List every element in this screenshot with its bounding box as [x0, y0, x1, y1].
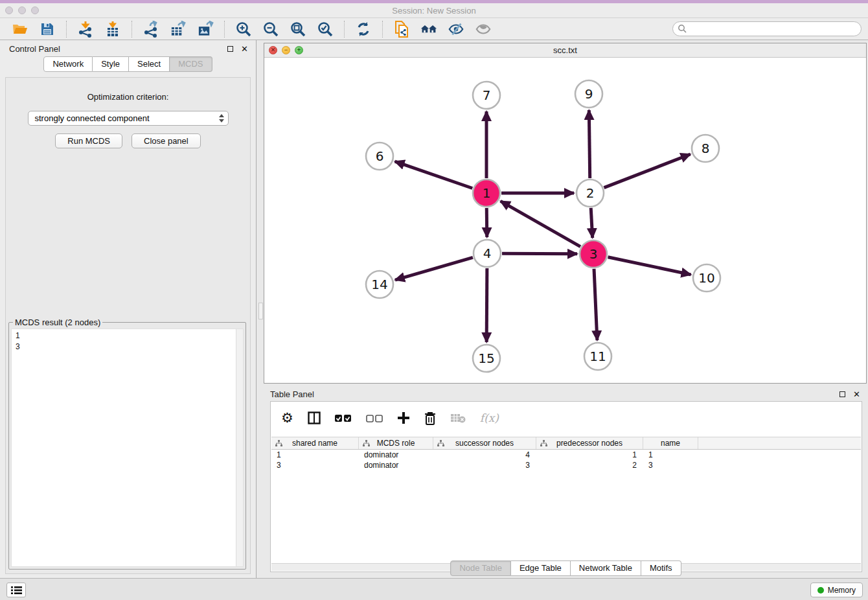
- zoom-out-icon[interactable]: [262, 21, 279, 38]
- export-table-icon[interactable]: [170, 21, 187, 38]
- node-label-9: 9: [585, 86, 593, 102]
- edge-2-3[interactable]: [591, 208, 592, 238]
- table-panel: Table Panel ✕ ⚙: [264, 386, 868, 578]
- run-mcds-button[interactable]: Run MCDS: [55, 133, 122, 148]
- task-history-button[interactable]: [6, 583, 26, 597]
- delete-table-icon[interactable]: [450, 413, 466, 423]
- column-layout-icon[interactable]: [308, 411, 321, 424]
- edge-1-6[interactable]: [395, 161, 473, 188]
- eye-icon[interactable]: [475, 21, 492, 38]
- search-field[interactable]: [672, 21, 862, 36]
- zoom-selected-icon[interactable]: [317, 21, 334, 38]
- eye-slash-icon[interactable]: [448, 21, 464, 38]
- import-table-icon[interactable]: [104, 21, 121, 38]
- clear-all-checks-icon[interactable]: [366, 414, 383, 422]
- close-panel-button[interactable]: Close panel: [131, 133, 201, 148]
- zoom-in-icon[interactable]: [235, 21, 252, 38]
- edge-3-10[interactable]: [608, 257, 691, 275]
- refresh-icon[interactable]: [355, 21, 372, 38]
- column-label: MCDS role: [377, 439, 415, 448]
- search-input[interactable]: [687, 22, 861, 36]
- cell: 1: [271, 450, 359, 460]
- import-network-icon[interactable]: [77, 21, 94, 38]
- open-session-icon[interactable]: [12, 21, 29, 38]
- toolbar-separator: [224, 21, 225, 38]
- criterion-select[interactable]: strongly connected component: [28, 111, 229, 126]
- column-header-MCDS-role[interactable]: MCDS role: [359, 437, 433, 449]
- cell: 3: [643, 460, 698, 470]
- list-icon: [11, 586, 22, 595]
- edge-2-9[interactable]: [589, 110, 589, 178]
- node-label-7: 7: [483, 87, 491, 103]
- settings-gear-icon[interactable]: ⚙: [281, 410, 293, 426]
- frame-close-icon[interactable]: ✕: [269, 46, 277, 54]
- add-column-icon[interactable]: [397, 411, 410, 424]
- tab-style[interactable]: Style: [93, 56, 129, 72]
- memory-button[interactable]: Memory: [810, 583, 863, 597]
- edge-4-15[interactable]: [486, 268, 487, 342]
- float-panel-icon[interactable]: [227, 46, 233, 52]
- minimize-window-button[interactable]: [18, 6, 26, 14]
- edge-4-3[interactable]: [502, 253, 577, 254]
- edge-3-1[interactable]: [501, 201, 580, 246]
- tab-network-table[interactable]: Network Table: [571, 560, 641, 576]
- save-session-icon[interactable]: [39, 21, 56, 38]
- cell: 1: [643, 450, 698, 460]
- control-panel-header: Control Panel ✕: [0, 40, 256, 56]
- node-label-15: 15: [478, 351, 494, 366]
- select-stepper-icon: [219, 111, 224, 125]
- tab-edge-table[interactable]: Edge Table: [511, 560, 571, 576]
- control-panel: Control Panel ✕ NetworkStyleSelectMCDS O…: [0, 40, 257, 578]
- node-label-6: 6: [376, 148, 384, 164]
- tab-node-table[interactable]: Node Table: [450, 560, 511, 576]
- node-label-14: 14: [371, 277, 387, 292]
- houses-icon[interactable]: [420, 21, 437, 38]
- network-frame-titlebar[interactable]: ✕ − + scc.txt: [264, 43, 866, 58]
- table-row[interactable]: 1dominator411: [271, 450, 861, 460]
- mcds-result-box[interactable]: 1 3: [11, 329, 244, 567]
- select-all-checks-icon[interactable]: [335, 414, 352, 422]
- export-network-icon[interactable]: [143, 21, 159, 38]
- function-builder-icon: f(x): [480, 411, 499, 424]
- column-header-name[interactable]: name: [643, 437, 698, 449]
- optimization-criterion-label: Optimization criterion:: [6, 92, 250, 102]
- column-header-successor-nodes[interactable]: successor nodes: [433, 437, 536, 449]
- tab-network[interactable]: Network: [43, 56, 93, 72]
- tab-motifs[interactable]: Motifs: [641, 560, 681, 576]
- delete-column-icon[interactable]: [424, 411, 436, 425]
- node-label-1: 1: [483, 185, 491, 201]
- node-label-10: 10: [698, 270, 714, 286]
- tab-mcds[interactable]: MCDS: [170, 56, 212, 72]
- close-panel-icon[interactable]: ✕: [241, 45, 248, 53]
- column-label: predecessor nodes: [556, 439, 622, 448]
- cell: 3: [433, 460, 536, 470]
- node-label-4: 4: [483, 246, 492, 261]
- clone-network-icon[interactable]: [393, 21, 410, 38]
- column-header-shared-name[interactable]: shared name: [271, 437, 359, 449]
- close-window-button[interactable]: [5, 6, 13, 14]
- edge-2-8[interactable]: [604, 154, 690, 188]
- close-panel-icon[interactable]: ✕: [853, 390, 860, 398]
- table-row[interactable]: 3dominator323: [271, 460, 861, 470]
- frame-maximize-icon[interactable]: +: [295, 46, 303, 54]
- frame-minimize-icon[interactable]: −: [282, 46, 290, 54]
- column-tree-icon: [275, 440, 282, 449]
- node-table-container: ⚙: [270, 401, 862, 572]
- export-image-icon[interactable]: [197, 21, 214, 38]
- tab-select[interactable]: Select: [129, 56, 170, 72]
- split-divider-grip[interactable]: [258, 303, 263, 319]
- column-header-predecessor-nodes[interactable]: predecessor nodes: [536, 437, 643, 449]
- criterion-value: strongly connected component: [35, 113, 150, 123]
- network-canvas[interactable]: 7968124314101511: [264, 58, 866, 383]
- fit-content-icon[interactable]: [290, 21, 306, 38]
- table-toolbar: ⚙: [271, 402, 862, 434]
- zoom-window-button[interactable]: [31, 6, 39, 14]
- network-view-frame: ✕ − + scc.txt 7968124314101511: [264, 43, 867, 384]
- edge-3-11[interactable]: [594, 269, 597, 340]
- edge-4-14[interactable]: [395, 257, 473, 280]
- network-graph[interactable]: 7968124314101511: [264, 58, 866, 383]
- node-label-2: 2: [586, 185, 595, 201]
- node-table: shared nameMCDS rolesuccessor nodesprede…: [271, 437, 861, 470]
- result-scrollbar[interactable]: [236, 329, 243, 566]
- float-panel-icon[interactable]: [839, 391, 845, 397]
